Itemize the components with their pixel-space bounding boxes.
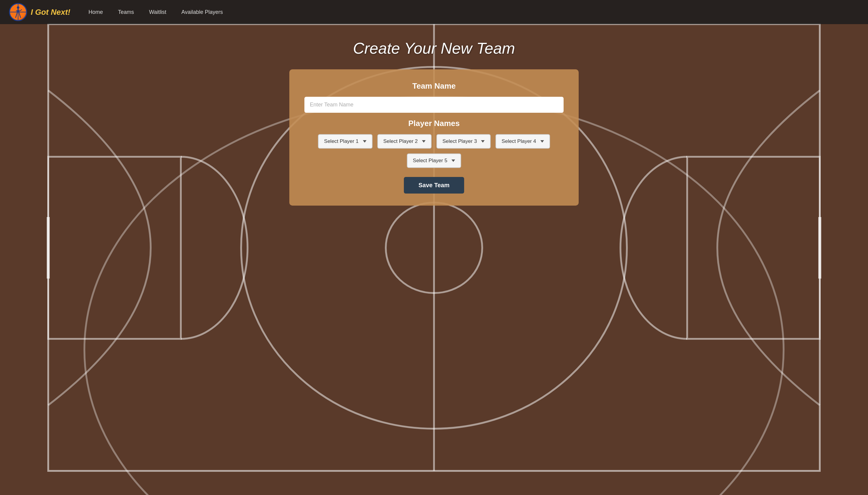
- player-2-label: Select Player 2: [383, 138, 418, 144]
- player-5-label: Select Player 5: [413, 158, 447, 164]
- save-team-button[interactable]: Save Team: [404, 177, 464, 193]
- player-3-chevron-icon: [481, 140, 485, 142]
- player-names-label: Player Names: [409, 119, 460, 128]
- team-name-label: Team Name: [412, 81, 456, 91]
- nav-available-players[interactable]: Available Players: [181, 9, 223, 15]
- nav-home[interactable]: Home: [88, 9, 103, 15]
- player-dropdowns: Select Player 1 Select Player 2 Select P…: [305, 134, 563, 168]
- player-4-chevron-icon: [540, 140, 544, 142]
- navbar: I Got Next! Home Teams Waitlist Availabl…: [0, 0, 868, 24]
- player-3-label: Select Player 3: [442, 138, 477, 144]
- player-3-dropdown[interactable]: Select Player 3: [436, 134, 491, 149]
- logo-area[interactable]: I Got Next!: [9, 3, 70, 21]
- nav-waitlist[interactable]: Waitlist: [149, 9, 166, 15]
- page-title: Create Your New Team: [353, 39, 515, 57]
- player-4-label: Select Player 4: [502, 138, 536, 144]
- create-team-form: Team Name Player Names Select Player 1 S…: [289, 69, 579, 206]
- nav-links: Home Teams Waitlist Available Players: [88, 9, 223, 15]
- logo-circle: [9, 3, 27, 21]
- player-5-chevron-icon: [451, 159, 455, 162]
- nav-teams[interactable]: Teams: [118, 9, 134, 15]
- player-2-chevron-icon: [422, 140, 426, 142]
- player-1-chevron-icon: [363, 140, 366, 142]
- basketball-player-icon: [14, 6, 22, 18]
- main-content: Create Your New Team Team Name Player Na…: [0, 24, 868, 495]
- player-2-dropdown[interactable]: Select Player 2: [377, 134, 432, 149]
- player-1-dropdown[interactable]: Select Player 1: [318, 134, 372, 149]
- player-4-dropdown[interactable]: Select Player 4: [496, 134, 550, 149]
- player-1-label: Select Player 1: [324, 138, 358, 144]
- logo-inner: [10, 4, 26, 20]
- player-5-dropdown[interactable]: Select Player 5: [407, 153, 461, 168]
- app-title: I Got Next!: [31, 7, 70, 17]
- team-name-input[interactable]: [305, 97, 563, 113]
